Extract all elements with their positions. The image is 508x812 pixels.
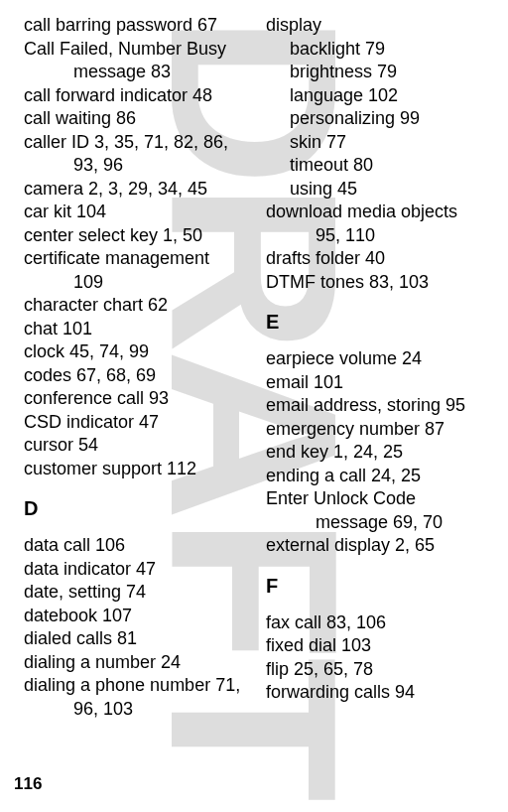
index-entry: call waiting 86 [24,107,248,131]
index-entry: data indicator 47 [24,558,248,582]
index-entry: earpiece volume 24 [266,347,490,371]
index-entry: codes 67, 68, 69 [24,364,248,388]
index-entry: car kit 104 [24,201,248,224]
index-entry: message 83 [24,61,248,84]
index-entry: chat 101 [24,318,248,341]
index-entry: data call 106 [24,534,248,558]
index-entry: CSD indicator 47 [24,411,248,435]
index-entry: datebook 107 [24,605,248,628]
index-content: call barring password 67Call Failed, Num… [0,0,508,721]
index-entry: timeout 80 [266,154,490,178]
section-f-heading: F [266,575,490,598]
index-entry: ending a call 24, 25 [266,465,490,488]
index-entry: DTMF tones 83, 103 [266,271,490,295]
index-entry: Enter Unlock Code [266,487,490,511]
index-entry: camera 2, 3, 29, 34, 45 [24,178,248,202]
right-column: displaybacklight 79brightness 79language… [266,14,490,721]
index-entry: language 102 [266,84,490,108]
index-entry: display [266,14,490,38]
index-entry: 95, 110 [266,224,490,248]
index-entry: message 69, 70 [266,511,490,535]
index-entry: clock 45, 74, 99 [24,340,248,364]
index-entry: customer support 112 [24,458,248,481]
section-e-heading: E [266,311,490,334]
index-entry: end key 1, 24, 25 [266,441,490,465]
index-entry: dialing a number 24 [24,651,248,675]
page-number: 116 [14,774,42,794]
index-entry: personalizing 99 [266,107,490,131]
index-entry: flip 25, 65, 78 [266,658,490,682]
index-entry: date, setting 74 [24,581,248,605]
index-entry: forwarding calls 94 [266,681,490,705]
index-entry: Call Failed, Number Busy [24,38,248,62]
index-entry: emergency number 87 [266,418,490,442]
index-entry: 96, 103 [24,698,248,722]
index-entry: center select key 1, 50 [24,224,248,248]
index-entry: download media objects [266,201,490,224]
index-entry: call forward indicator 48 [24,84,248,108]
index-entry: conference call 93 [24,387,248,411]
index-entry: drafts folder 40 [266,247,490,271]
index-entry: brightness 79 [266,61,490,84]
index-entry: fax call 83, 106 [266,611,490,635]
index-entry: call barring password 67 [24,14,248,38]
index-entry: using 45 [266,178,490,202]
index-entry: dialed calls 81 [24,627,248,651]
section-d-heading: D [24,497,248,520]
index-entry: dialing a phone number 71, [24,674,248,698]
index-entry: 93, 96 [24,154,248,178]
index-entry: external display 2, 65 [266,534,490,558]
index-entry: email address, storing 95 [266,394,490,418]
index-entry: 109 [24,271,248,295]
index-entry: email 101 [266,371,490,395]
index-entry: certificate management [24,247,248,271]
left-column: call barring password 67Call Failed, Num… [24,14,248,721]
index-entry: skin 77 [266,131,490,155]
index-entry: backlight 79 [266,38,490,62]
index-entry: caller ID 3, 35, 71, 82, 86, [24,131,248,155]
index-entry: character chart 62 [24,294,248,318]
index-entry: fixed dial 103 [266,634,490,658]
index-entry: cursor 54 [24,434,248,458]
